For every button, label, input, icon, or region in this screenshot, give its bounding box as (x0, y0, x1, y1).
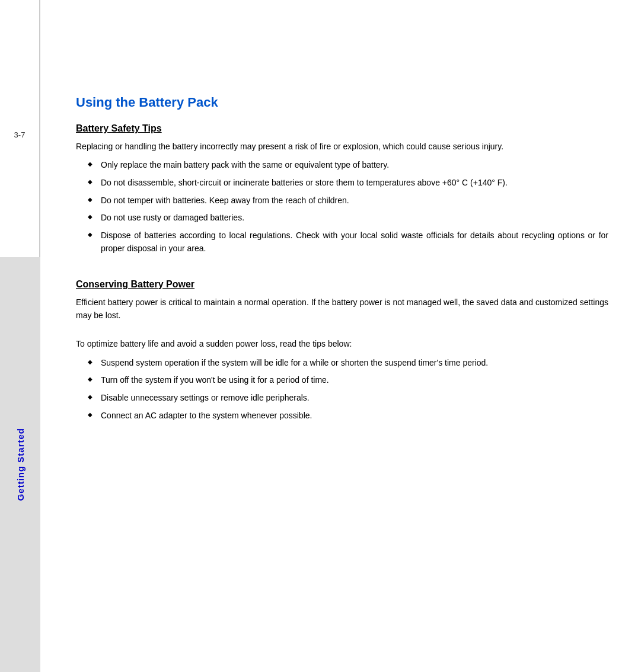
subsection2-title: Conserving Battery Power (76, 279, 608, 290)
main-content: Using the Battery Pack Battery Safety Ti… (40, 0, 638, 672)
subsection1-bullets: Only replace the main battery pack with … (88, 159, 608, 255)
subsection2-intro1: Efficient battery power is critical to m… (76, 296, 608, 322)
list-item: Do not temper with batteries. Keep away … (88, 194, 608, 207)
list-item: Do not disassemble, short-circuit or inc… (88, 177, 608, 190)
subsection1-intro: Replacing or handling the battery incorr… (76, 140, 608, 153)
list-item: Do not use rusty or damaged batteries. (88, 212, 608, 225)
list-item: Turn off the system if you won't be usin… (88, 374, 608, 387)
left-margin: 3-7 Getting Started (0, 0, 40, 672)
list-item: Only replace the main battery pack with … (88, 159, 608, 172)
list-item: Disable unnecessary settings or remove i… (88, 392, 608, 405)
sidebar-label: Getting Started (15, 428, 25, 501)
subsection1-title: Battery Safety Tips (76, 123, 608, 134)
list-item: Connect an AC adapter to the system when… (88, 409, 608, 423)
list-item: Dispose of batteries according to local … (88, 229, 608, 255)
page-number: 3-7 (14, 130, 25, 139)
subsection2-bullets: Suspend system operation if the system w… (88, 357, 608, 423)
subsection2-intro2: To optimize battery life and avoid a sud… (76, 337, 608, 350)
sidebar-container: Getting Started (0, 257, 40, 672)
section-title: Using the Battery Pack (76, 95, 608, 110)
list-item: Suspend system operation if the system w… (88, 357, 608, 370)
